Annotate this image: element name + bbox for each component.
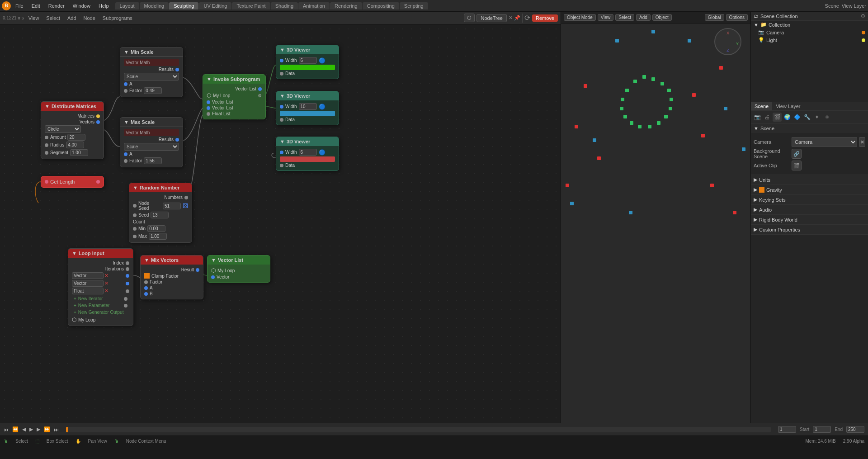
min-socket[interactable]	[133, 227, 137, 231]
node-seed-icon[interactable]: ⚄	[183, 202, 188, 209]
get-length-out[interactable]	[96, 180, 100, 184]
in1-socket[interactable]	[207, 100, 210, 104]
scene-tab[interactable]: Scene	[751, 102, 772, 110]
select-menu-btn[interactable]: Select	[43, 14, 63, 22]
item-vector1-input[interactable]	[72, 272, 104, 279]
camera-prop-select[interactable]: Camera	[792, 137, 857, 147]
timeline-scrubber[interactable]	[66, 427, 771, 432]
scale-select2[interactable]: Scale	[124, 143, 179, 151]
play-end-icon[interactable]: ⏭	[54, 427, 59, 432]
physics-props-icon[interactable]: ⚛	[822, 113, 831, 122]
options-btn[interactable]: Options	[726, 14, 748, 21]
mv-b-socket[interactable]	[144, 292, 148, 296]
subprograms-menu-btn[interactable]: Subprograms	[100, 14, 135, 22]
tab-shading[interactable]: Shading	[271, 2, 298, 9]
v2-width-input[interactable]: 10	[299, 103, 317, 110]
remove-vector1-icon[interactable]: ✕	[104, 273, 108, 279]
iterations-socket[interactable]	[126, 267, 129, 271]
amount-input[interactable]: 20	[67, 134, 85, 141]
menu-file[interactable]: File	[12, 2, 27, 9]
world-props-icon[interactable]: 🌍	[783, 113, 792, 122]
min-input[interactable]: 0.00	[147, 225, 165, 232]
item-vector1-socket[interactable]	[126, 274, 129, 278]
menu-edit[interactable]: Edit	[28, 2, 44, 9]
seed-socket[interactable]	[133, 213, 137, 217]
max-input[interactable]: 1.00	[149, 233, 167, 240]
vector-list-node[interactable]: ▼ Vector List ⬡ My Loop Vector	[207, 255, 270, 283]
menu-window[interactable]: Window	[69, 2, 94, 9]
object-mode-btn[interactable]: Object Mode	[564, 14, 596, 21]
viewer1-node[interactable]: ▼ 3D Viewer Width 6 🔵 Data	[276, 45, 339, 79]
tab-texture-paint[interactable]: Texture Paint	[232, 2, 270, 9]
random-number-node[interactable]: ▼ Random Number Numbers Node Seed 51 ⚄	[129, 183, 192, 243]
outliner-item-camera[interactable]: 📷 Camera	[751, 28, 868, 36]
particle-props-icon[interactable]: ✦	[812, 113, 821, 122]
node-seed-input[interactable]: 51	[163, 203, 181, 209]
vp-select-btn[interactable]: Select	[615, 14, 634, 21]
seed-input[interactable]: 13	[151, 212, 169, 218]
vp-object-btn[interactable]: Object	[652, 14, 672, 21]
loop-settings-icon[interactable]: ⚙	[258, 93, 262, 98]
outliner-item-collection[interactable]: ▼ 📁 Collection	[751, 21, 868, 28]
a-socket2[interactable]	[124, 152, 127, 156]
outliner-item-light[interactable]: 💡 Light	[751, 36, 868, 44]
new-parameter-socket[interactable]	[124, 304, 127, 308]
active-clip-icon-btn[interactable]: 🎬	[792, 161, 802, 170]
remove-button[interactable]: Remove	[532, 14, 558, 22]
v2-lock-icon[interactable]: 🔵	[319, 104, 326, 110]
max-socket[interactable]	[133, 235, 137, 238]
mix-vectors-node[interactable]: ▼ Mix Vectors Result Clamp Factor Factor	[140, 255, 203, 299]
distribute-matrices-node[interactable]: ▼ Distribute Matrices Matrices Vectors C	[41, 101, 104, 159]
amount-socket-in[interactable]	[45, 136, 48, 139]
tab-layout[interactable]: Layout	[115, 2, 139, 9]
units-section-header[interactable]: ▶ Units	[751, 175, 868, 185]
in3-socket[interactable]	[207, 112, 210, 116]
item-float-socket[interactable]	[126, 289, 129, 293]
outliner-filter-icon[interactable]: ⚙	[861, 13, 865, 19]
radius-socket-in[interactable]	[45, 143, 48, 147]
new-parameter-row[interactable]: + New Parameter	[72, 302, 129, 309]
results-socket[interactable]	[175, 68, 179, 71]
mv-factor-socket[interactable]	[144, 280, 148, 284]
object-props-icon[interactable]: 🔷	[793, 113, 802, 122]
factor-socket2[interactable]	[124, 159, 127, 163]
tab-compositing[interactable]: Compositing	[363, 2, 399, 9]
factor-input[interactable]: 0.49	[144, 87, 162, 94]
v1-socket[interactable]	[280, 59, 283, 62]
vl-vector-socket[interactable]	[211, 275, 215, 279]
results-socket2[interactable]	[175, 138, 179, 142]
scale-select[interactable]: Scale	[124, 73, 179, 80]
next-keyframe-icon[interactable]: ▶	[37, 426, 40, 432]
v3-data-socket[interactable]	[280, 164, 283, 167]
v3-lock-icon[interactable]: 🔵	[319, 149, 326, 156]
menu-render[interactable]: Render	[45, 2, 68, 9]
current-frame-input[interactable]: 1	[778, 426, 796, 433]
scene-section-header[interactable]: ▼ Scene	[751, 124, 868, 133]
gravity-section-header[interactable]: ▶ Gravity	[751, 185, 868, 194]
tab-modeling[interactable]: Modeling	[140, 2, 169, 9]
v3-socket[interactable]	[280, 151, 283, 154]
numbers-socket[interactable]	[184, 196, 188, 199]
vectors-socket[interactable]	[96, 120, 100, 124]
tab-animation[interactable]: Animation	[298, 2, 330, 9]
tab-scripting[interactable]: Scripting	[400, 2, 428, 9]
v1-lock-icon[interactable]: 🔵	[319, 57, 326, 64]
index-socket[interactable]	[126, 261, 129, 265]
node-canvas[interactable]: ▼ Distribute Matrices Matrices Vectors C	[0, 24, 561, 423]
matrices-socket[interactable]	[96, 114, 100, 118]
loop-input-node[interactable]: ▼ Loop Input Index Iterations ✕	[68, 248, 133, 326]
dist-type-select[interactable]: Circle	[45, 125, 81, 133]
invoke-subprogram-node[interactable]: ▼ Invoke Subprogram Vector List ⬡ My Loo…	[203, 74, 266, 119]
next-frame-icon[interactable]: ⏩	[44, 426, 50, 432]
render-props-icon[interactable]: 📷	[753, 113, 762, 122]
v1-width-input[interactable]: 6	[299, 57, 317, 64]
prev-frame-icon[interactable]: ⏪	[12, 426, 19, 432]
node-menu-btn[interactable]: Node	[81, 14, 98, 22]
in2-socket[interactable]	[207, 106, 210, 110]
v3-width-input[interactable]: 6	[299, 149, 317, 156]
remove-vector2-icon[interactable]: ✕	[104, 280, 108, 286]
view-menu-btn[interactable]: View	[26, 14, 42, 22]
viewer2-node[interactable]: ▼ 3D Viewer Width 10 🔵 Data	[276, 91, 339, 125]
play-icon[interactable]: ▶	[29, 426, 33, 432]
scene-props-icon[interactable]: 🎬	[773, 113, 782, 122]
